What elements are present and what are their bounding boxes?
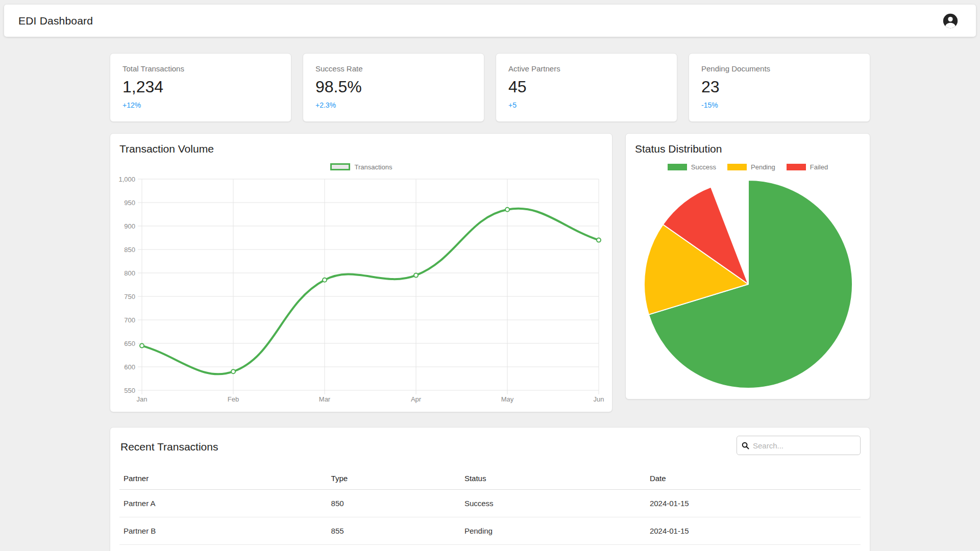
- transactions-legend-label: Transactions: [355, 163, 393, 171]
- svg-text:700: 700: [124, 316, 135, 324]
- svg-text:600: 600: [124, 363, 135, 371]
- search-box: [737, 436, 861, 455]
- page-title: EDI Dashboard: [18, 15, 93, 27]
- user-avatar-icon[interactable]: [942, 12, 959, 30]
- stat-card-pending-documents: Pending Documents 23 -15%: [689, 53, 870, 122]
- app-header: EDI Dashboard: [4, 5, 976, 37]
- stat-card-active-partners: Active Partners 45 +5: [496, 53, 677, 122]
- svg-text:800: 800: [124, 269, 135, 277]
- transactions-series-line: [142, 209, 599, 374]
- status-distribution-card: Status Distribution Success Pending Fail…: [625, 133, 870, 399]
- pending-legend-label: Pending: [751, 163, 775, 171]
- recent-transactions-card: Recent Transactions Partner Type Status: [110, 427, 870, 551]
- cell-type: 855: [327, 517, 460, 545]
- transaction-volume-card: Transaction Volume Transactions 55060065…: [110, 133, 612, 412]
- stat-label: Active Partners: [508, 64, 665, 73]
- svg-text:750: 750: [124, 293, 135, 300]
- stat-value: 23: [701, 78, 857, 96]
- stat-card-total-transactions: Total Transactions 1,234 +12%: [110, 53, 291, 122]
- cell-partner: Partner B: [119, 517, 327, 545]
- line-chart-title: Transaction Volume: [119, 143, 604, 155]
- svg-text:950: 950: [124, 199, 135, 207]
- stat-card-success-rate: Success Rate 98.5% +2.3%: [303, 53, 484, 122]
- table-row: Partner B 855 Pending 2024-01-15: [119, 517, 861, 545]
- col-type: Type: [327, 467, 460, 490]
- data-point-Apr[interactable]: [414, 273, 418, 278]
- table-header: Partner Type Status Date: [119, 467, 861, 490]
- svg-text:850: 850: [124, 246, 135, 254]
- stat-trend: +5: [508, 101, 665, 109]
- dashboard-content: Total Transactions 1,234 +12% Success Ra…: [110, 53, 870, 551]
- table-title: Recent Transactions: [120, 441, 218, 453]
- line-chart-legend[interactable]: Transactions: [118, 163, 604, 171]
- cell-status: Success: [460, 490, 646, 517]
- legend-item-failed[interactable]: Failed: [787, 163, 828, 171]
- svg-text:900: 900: [124, 222, 135, 230]
- search-icon: [741, 441, 750, 450]
- col-partner: Partner: [119, 467, 327, 490]
- col-date: Date: [646, 467, 861, 490]
- data-point-Feb[interactable]: [231, 369, 235, 373]
- search-input[interactable]: [737, 436, 861, 455]
- cell-status: Pending: [460, 517, 646, 545]
- status-distribution-pie-chart: [634, 174, 863, 392]
- cell-partner: Partner A: [119, 490, 327, 517]
- legend-item-pending[interactable]: Pending: [727, 163, 775, 171]
- account-circle-icon: [942, 12, 959, 30]
- svg-text:Mar: Mar: [319, 395, 331, 403]
- transaction-volume-line-chart: 5506006507007508008509009501,000JanFebMa…: [118, 174, 605, 405]
- svg-text:550: 550: [124, 387, 135, 394]
- transactions-table: Partner Type Status Date Partner A 850 S…: [119, 467, 861, 545]
- data-point-Jan[interactable]: [140, 344, 144, 348]
- pending-swatch: [727, 164, 747, 170]
- data-point-Mar[interactable]: [323, 278, 327, 282]
- stat-trend: +2.3%: [315, 101, 472, 109]
- stat-trend: +12%: [122, 101, 279, 109]
- stat-trend: -15%: [701, 101, 857, 109]
- stat-label: Total Transactions: [122, 64, 279, 73]
- failed-swatch: [787, 164, 806, 170]
- success-swatch: [668, 164, 687, 170]
- svg-text:650: 650: [124, 340, 135, 347]
- pie-chart-legend: Success Pending Failed: [634, 163, 862, 171]
- data-point-Jun[interactable]: [597, 238, 601, 242]
- data-point-May[interactable]: [505, 208, 509, 212]
- svg-text:May: May: [501, 395, 514, 403]
- stat-value: 45: [508, 78, 665, 96]
- svg-text:1,000: 1,000: [118, 176, 135, 183]
- legend-item-success[interactable]: Success: [668, 163, 716, 171]
- svg-text:Apr: Apr: [411, 395, 422, 403]
- cell-date: 2024-01-15: [646, 517, 861, 545]
- svg-text:Jan: Jan: [137, 395, 148, 403]
- cell-type: 850: [327, 490, 460, 517]
- pie-chart-title: Status Distribution: [635, 143, 862, 155]
- table-row: Partner A 850 Success 2024-01-15: [119, 490, 861, 517]
- stat-label: Success Rate: [315, 64, 472, 73]
- stat-value: 1,234: [122, 78, 279, 96]
- stat-label: Pending Documents: [701, 64, 857, 73]
- col-status: Status: [460, 467, 646, 490]
- stat-value: 98.5%: [315, 78, 472, 96]
- success-legend-label: Success: [691, 163, 716, 171]
- svg-text:Feb: Feb: [228, 395, 239, 403]
- svg-text:Jun: Jun: [594, 395, 604, 403]
- stats-row: Total Transactions 1,234 +12% Success Ra…: [110, 53, 870, 122]
- cell-date: 2024-01-15: [646, 490, 861, 517]
- charts-row: Transaction Volume Transactions 55060065…: [110, 133, 870, 412]
- table-header-row: Recent Transactions: [119, 436, 861, 455]
- transactions-legend-swatch: [330, 163, 350, 170]
- failed-legend-label: Failed: [810, 163, 828, 171]
